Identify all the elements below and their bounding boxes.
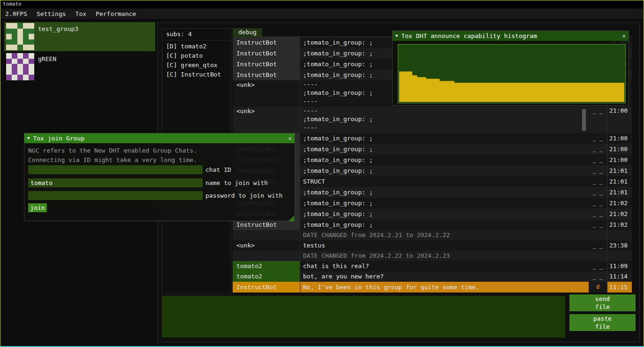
close-icon[interactable]: ✕ (288, 135, 292, 142)
contact-item-test-group3[interactable]: test_group3 (4, 22, 155, 51)
message-status: _ _ (589, 144, 607, 154)
message-text: ;tomato_in_group: ; (300, 187, 589, 198)
menu-item-fps: 2.0FPS (0, 8, 32, 20)
message-time: 11:14 (607, 271, 632, 282)
collapse-icon[interactable]: ▼ (395, 31, 398, 41)
message-author: InstructBot (233, 48, 300, 59)
message-time: 21:02 (607, 198, 632, 208)
message-status: _ _ (589, 271, 607, 282)
join-info-line2: Connecting via ID might take a very long… (28, 156, 197, 163)
message-status: _ _ (589, 198, 607, 208)
join-group-window: ▼ Tox join Group ✕ NGC refers to the New… (24, 133, 295, 221)
message-status: _ _ (589, 154, 607, 165)
subs-member[interactable]: [D] tomato2 (162, 42, 231, 51)
chat-id-input[interactable] (28, 165, 203, 174)
contact-item-green[interactable]: gREEN (4, 52, 155, 81)
message-author (233, 230, 300, 240)
chat-scrollbar[interactable] (582, 109, 586, 131)
subs-member[interactable]: [C] green_qtox (162, 61, 231, 70)
window-titlebar[interactable]: tomato (0, 0, 644, 8)
message-time: 21:00 (607, 107, 632, 133)
message-text: ;tomato_in_group: ; (300, 133, 589, 144)
system-message-text: DATE CHANGED from 2024.2.21 to 2024.2.22 (300, 230, 589, 240)
message-row[interactable]: <unk> ---- ;tomato_in_group: ; ---- _ _ … (233, 107, 632, 133)
message-input[interactable] (162, 296, 565, 338)
join-info-line1: NGC refers to the New DHT enabled Group … (28, 147, 197, 154)
app-root: { "titlebar": { "title": "tomato" }, "me… (0, 0, 644, 347)
chat-id-label: chat ID (205, 165, 231, 174)
message-status: _ _ (589, 187, 607, 198)
join-group-body: NGC refers to the New DHT enabled Group … (24, 143, 295, 222)
system-message-row: DATE CHANGED from 2024.2.21 to 2024.2.22 (233, 230, 632, 240)
join-name-input[interactable]: tomato (28, 178, 203, 187)
message-author: tomato2 (233, 261, 300, 271)
message-time: 21:01 (607, 165, 632, 176)
join-button[interactable]: join (28, 203, 47, 212)
subscribers-count: subs: 4 (162, 29, 231, 40)
message-text: ;tomato_in_group: ; (300, 154, 589, 165)
join-password-input[interactable] (28, 191, 203, 200)
message-text: testus (300, 240, 589, 251)
message-status (589, 251, 607, 261)
dht-histogram-window: ▼ Tox DHT announce capability histogram … (392, 31, 629, 106)
histogram-area (399, 71, 624, 102)
subscribers-list: [D] tomato2 [C] potato [C] green_qtox [C… (162, 40, 231, 79)
message-text: chat is this real? (300, 261, 589, 271)
message-time: 23:38 (607, 240, 632, 251)
message-text: ;tomato_in_group: ; (300, 219, 589, 230)
message-time: 11:09 (607, 261, 632, 271)
subs-member[interactable]: [C] potato (162, 51, 231, 61)
message-status: _ _ (589, 219, 607, 230)
menu-item-settings[interactable]: Settings (32, 8, 71, 20)
message-author: tomato2 (233, 271, 300, 282)
message-author: InstructBot (233, 69, 300, 80)
close-icon[interactable]: ✕ (622, 32, 626, 39)
message-time: 21:02 (607, 219, 632, 230)
paste-file-button[interactable]: paste file (569, 314, 636, 331)
collapse-icon[interactable]: ▼ (27, 133, 30, 143)
menu-item-performance[interactable]: Performance (91, 8, 141, 20)
message-status: _ _ (589, 208, 607, 219)
message-status: _ _ (589, 240, 607, 251)
message-text: ;tomato_in_group: ; (300, 144, 589, 154)
tab-debug[interactable]: debug (233, 28, 262, 37)
contact-name: gREEN (38, 55, 56, 62)
contact-list: test_group3 gREEN (4, 22, 155, 82)
message-text: No, I've been in this group for quite so… (300, 282, 589, 293)
join-group-title: Tox join Group (33, 135, 84, 142)
resize-grip[interactable] (288, 216, 294, 221)
system-message-text: DATE CHANGED from 2024.2.22 to 2024.2.23 (300, 251, 589, 261)
message-author (233, 251, 300, 261)
message-time: 21:00 (607, 154, 632, 165)
window-title: tomato (3, 1, 22, 7)
message-row-highlighted[interactable]: InstructBot No, I've been in this group … (233, 282, 632, 293)
message-row[interactable]: <unk> testus _ _ 23:38 (233, 240, 632, 251)
message-author: InstructBot (233, 59, 300, 69)
message-time (607, 230, 632, 240)
menu-item-tox[interactable]: Tox (71, 8, 91, 20)
message-row[interactable]: tomato2 bot, are you new here? _ _ 11:14 (233, 271, 632, 282)
join-group-titlebar[interactable]: ▼ Tox join Group ✕ (24, 133, 295, 143)
message-author: <unk> (233, 80, 300, 107)
message-author: InstructBot (233, 37, 300, 48)
join-password-label: password to join with (205, 191, 282, 200)
dht-histogram-titlebar[interactable]: ▼ Tox DHT announce capability histogram … (393, 31, 629, 41)
menubar: 2.0FPS Settings Tox Performance (0, 8, 644, 20)
message-text: ;tomato_in_group: ; (300, 165, 589, 176)
join-name-label: name to join with (205, 178, 268, 187)
message-time (607, 251, 632, 261)
message-author: <unk> (233, 107, 300, 133)
send-file-button[interactable]: send file (569, 294, 636, 311)
message-row[interactable]: tomato2 chat is this real? _ _ 11:09 (233, 261, 632, 271)
message-status: _ _ (589, 261, 607, 271)
message-text: ;tomato_in_group: ; (300, 198, 589, 208)
message-status: d (589, 282, 607, 293)
message-status: _ _ (589, 107, 607, 133)
message-author: <unk> (233, 240, 300, 251)
contact-name: test_group3 (38, 25, 78, 32)
group-avatar (6, 23, 34, 50)
message-status: _ _ (589, 133, 607, 144)
subs-member[interactable]: [C] InstructBot (162, 70, 231, 79)
message-time: 21:01 (607, 176, 632, 187)
message-text: STRUCT (300, 176, 589, 187)
